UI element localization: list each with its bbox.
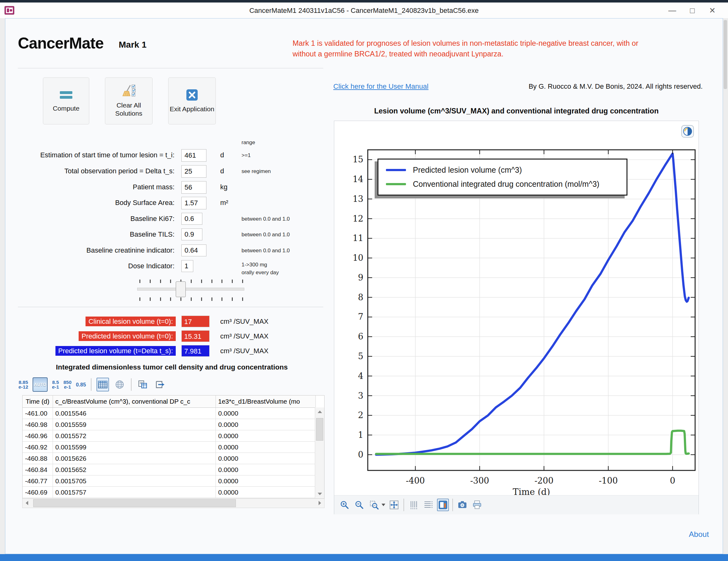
table-cell: 0.0015599 <box>53 442 216 453</box>
app-version-label: Mark 1 <box>119 40 147 50</box>
slider-tick-mark <box>150 298 151 301</box>
close-icon[interactable]: ✕ <box>702 3 722 18</box>
snapshot-camera-icon[interactable] <box>456 499 468 511</box>
table-header-row: Time (d)c_c/BreastVolume (cm^3), convent… <box>23 396 315 408</box>
legend-entry: Predicted lesion volume (cm^3) <box>386 165 619 174</box>
equals-icon <box>59 89 73 102</box>
table-column-header[interactable]: 1e3*c_d1/BreastVolume (mo <box>216 396 315 408</box>
table-view-icon[interactable] <box>96 378 109 392</box>
full-precision-globe-icon[interactable] <box>113 378 126 392</box>
exit-application-button[interactable]: Exit Application <box>168 77 216 124</box>
input-field[interactable]: 1.57 <box>181 197 206 209</box>
table-cell: 0.0015546 <box>53 408 216 419</box>
svg-text:10: 10 <box>353 253 363 262</box>
about-link[interactable]: About <box>689 530 709 539</box>
table-vertical-scrollbar[interactable] <box>315 408 324 498</box>
input-label: Baseline TILS: <box>13 230 174 238</box>
input-field[interactable]: 461 <box>181 149 206 162</box>
input-field[interactable]: 25 <box>181 165 206 178</box>
svg-text:5: 5 <box>358 351 363 361</box>
table-cell: 0.0015757 <box>53 487 216 498</box>
slider-handle[interactable] <box>176 282 186 297</box>
table-cell: -461.00 <box>23 408 53 419</box>
scroll-down-icon[interactable] <box>318 493 322 495</box>
input-field[interactable]: 0.9 <box>181 228 202 240</box>
zoom-in-icon[interactable] <box>339 499 351 511</box>
table-column-header[interactable]: c_c/BreastVolume (cm^3), conventional DP… <box>53 396 216 408</box>
y-grid-icon[interactable] <box>422 499 434 511</box>
scrollbar-thumb[interactable] <box>724 20 727 89</box>
minimize-icon[interactable]: — <box>662 3 682 18</box>
slider-tick-mark <box>221 279 222 283</box>
export-table-icon[interactable] <box>153 378 166 392</box>
table-cell: 0.0000 <box>216 408 315 419</box>
compute-button[interactable]: Compute <box>43 77 89 124</box>
slider-tick-mark <box>232 298 233 301</box>
slider-track[interactable] <box>137 288 244 291</box>
scroll-up-icon[interactable] <box>318 411 322 413</box>
input-field[interactable]: 56 <box>181 181 206 194</box>
table-row[interactable]: -461.000.00155460.0000 <box>23 408 315 419</box>
table-cell: -460.69 <box>23 487 53 498</box>
slider-tick-mark <box>242 279 243 283</box>
slider-tick-mark <box>139 279 140 283</box>
table-cell: 0.0000 <box>216 442 315 453</box>
plot-snapshot-icon[interactable] <box>681 125 694 138</box>
right-scrollbar[interactable] <box>723 18 728 554</box>
x-grid-icon[interactable] <box>408 499 419 511</box>
slider-tick-mark <box>139 298 140 301</box>
user-manual-link[interactable]: Click here for the User Manual <box>333 82 429 91</box>
table-row[interactable]: -460.690.00157570.0000 <box>23 487 315 498</box>
result-label: Predicted lesion volume (t=Delta t_s): <box>19 345 176 357</box>
slider-tick-mark <box>221 298 222 301</box>
dropdown-caret-icon[interactable] <box>382 504 385 506</box>
zoom-out-icon[interactable] <box>353 499 365 511</box>
print-icon[interactable] <box>471 499 483 511</box>
table-row[interactable]: -460.980.00155590.0000 <box>23 419 315 430</box>
maximize-icon[interactable]: □ <box>682 3 702 18</box>
scrollbar-thumb[interactable] <box>316 418 323 441</box>
input-label: Baseline Ki67: <box>13 215 174 223</box>
table-horizontal-scrollbar[interactable] <box>22 499 325 508</box>
table-row[interactable]: -460.770.00157050.0000 <box>23 475 315 487</box>
separator <box>403 499 404 511</box>
copy-table-icon[interactable] <box>137 378 149 392</box>
input-field[interactable]: 0.64 <box>181 244 206 256</box>
input-label: Total observation period = Delta t_s: <box>13 167 174 175</box>
result-unit: cm³ /SUV_MAX <box>220 345 268 357</box>
svg-text:9: 9 <box>358 273 363 283</box>
zoom-box-icon[interactable] <box>368 499 380 511</box>
validation-note: Mark 1 is validated for prognoses of les… <box>293 38 714 59</box>
input-field[interactable]: 0.6 <box>181 213 202 225</box>
table-row[interactable]: -460.840.00156520.0000 <box>23 464 315 475</box>
scroll-left-icon[interactable] <box>26 501 28 505</box>
table-row[interactable]: -460.960.00155720.0000 <box>23 430 315 442</box>
input-range-hint: between 0.0 and 1.0 <box>242 247 329 254</box>
slider-tick-mark <box>170 279 171 283</box>
table-cell: 0.0015652 <box>53 464 216 475</box>
input-range-hint: >=1 <box>242 151 329 159</box>
full-precision-button[interactable]: 8.85 e-12 <box>18 380 28 389</box>
svg-text:2: 2 <box>358 410 363 420</box>
zoom-extents-icon[interactable] <box>388 499 400 511</box>
table-row[interactable]: -460.880.00156260.0000 <box>23 453 315 464</box>
scroll-right-icon[interactable] <box>319 501 321 505</box>
clear-all-solutions-button[interactable]: Clear All Solutions <box>105 77 153 124</box>
result-unit: cm³ /SUV_MAX <box>220 316 268 327</box>
table-row[interactable]: -460.920.00155990.0000 <box>23 442 315 453</box>
left-scrollbar[interactable] <box>0 18 5 554</box>
scrollbar-thumb[interactable] <box>33 499 236 507</box>
axis-limits-icon[interactable] <box>437 499 449 511</box>
chart-toolbar <box>334 495 699 514</box>
separator <box>91 378 91 391</box>
table-column-header[interactable]: Time (d) <box>23 396 53 408</box>
scientific-notation-button[interactable]: 8.5 e-1 <box>52 380 59 389</box>
input-field[interactable]: 1 <box>181 260 193 272</box>
result-value-field[interactable]: 17 <box>181 316 210 327</box>
table-cell: 0.0015705 <box>53 475 216 487</box>
engineering-notation-button[interactable]: 850 e-1 <box>63 380 71 389</box>
svg-text:-200: -200 <box>534 476 554 486</box>
table-cell: -460.77 <box>23 475 53 487</box>
auto-precision-button[interactable]: AUTO <box>33 377 48 392</box>
decimal-notation-button[interactable]: 0.85 <box>76 382 86 388</box>
